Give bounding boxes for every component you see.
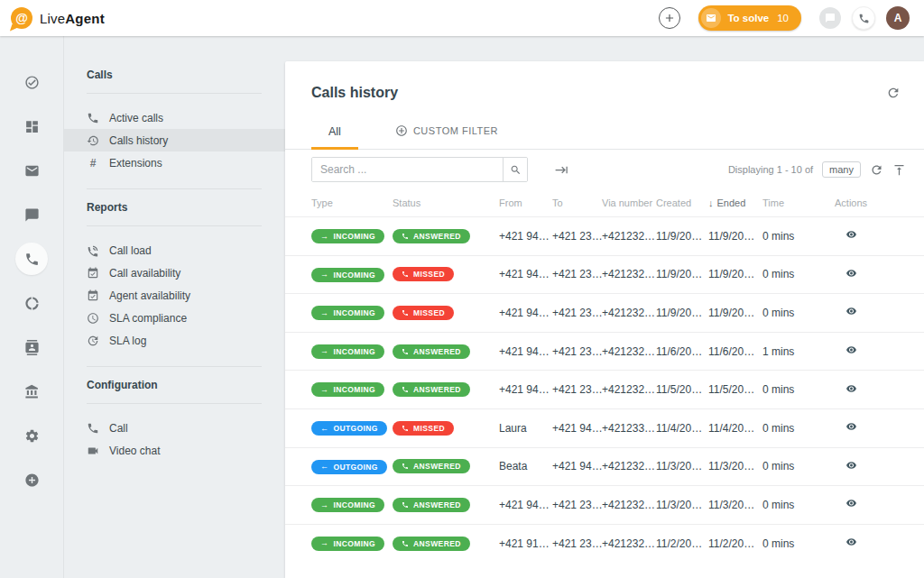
search-button[interactable] [503,158,527,181]
table-row[interactable]: ←OUTGOING ANSWERED Beata +421 94… +42123… [285,447,924,486]
sidebar-item-video-chat[interactable]: Video chat [64,439,285,462]
nav-reports-button[interactable] [15,287,48,319]
sidebar-item-call-availability[interactable]: Call availability [64,261,285,284]
tab-all[interactable]: All [311,125,358,149]
table-row[interactable]: →INCOMING ANSWERED +421 94… +421 23… +42… [285,332,924,371]
sidebar-item-label: SLA compliance [109,312,187,325]
refresh-icon [886,86,901,100]
tab-custom-filter[interactable]: CUSTOM FILTER [378,124,515,149]
view-call-button[interactable] [835,306,859,317]
nav-contacts-button[interactable] [15,331,48,363]
col-created[interactable]: Created [656,197,708,208]
col-ended[interactable]: ↓Ended [708,197,762,208]
cell-created: 11/9/20… [656,307,708,319]
sidebar-item-sla-log[interactable]: SLA log [64,329,285,352]
cell-ended: 11/4/20… [708,422,762,435]
nav-calls-button[interactable] [15,243,48,275]
phone-icon [402,309,409,317]
view-call-button[interactable] [835,421,859,432]
add-button[interactable] [659,7,680,29]
table-row[interactable]: →INCOMING ANSWERED +421 94… +421 23… +42… [285,370,924,408]
refresh-page-button[interactable] [886,86,901,100]
user-avatar[interactable]: A [886,6,910,30]
eye-icon [844,383,859,394]
view-call-button[interactable] [835,229,859,240]
type-label: INCOMING [333,271,375,280]
sidebar-item-extensions[interactable]: # Extensions [64,151,285,174]
main-content: Calls history All CUSTOM FILTER [285,36,924,578]
search-input[interactable] [312,158,503,181]
cell-ended: 11/9/20… [708,230,762,243]
chat-status-button[interactable] [819,7,841,29]
type-badge: →INCOMING [311,229,384,243]
filter-tabs: All CUSTOM FILTER [285,112,924,150]
col-from[interactable]: From [499,197,552,208]
view-call-button[interactable] [835,537,859,547]
nav-dashboard-button[interactable] [15,110,48,142]
cell-from: +421 94… [499,383,552,396]
nav-billing-button[interactable] [15,375,48,408]
view-call-button[interactable] [835,460,859,471]
cell-via-number: +421232… [602,345,656,358]
cell-created: 11/9/20… [656,268,708,280]
sidebar-item-sla-compliance[interactable]: SLA compliance [64,307,285,329]
table-row[interactable]: →INCOMING MISSED +421 94… +421 23… +4212… [285,255,924,294]
nav-settings-button[interactable] [15,419,48,452]
table-row[interactable]: →INCOMING MISSED +421 94… +421 23… +4212… [285,293,924,332]
view-call-button[interactable] [835,268,859,279]
col-type[interactable]: Type [311,197,393,208]
cell-to: +421 23… [552,537,602,550]
direction-arrow-icon: → [320,501,328,509]
sidebar-item-call-load[interactable]: Call load [64,239,285,261]
table-row[interactable]: →INCOMING ANSWERED +421 91… +421 23… +42… [285,524,924,563]
nav-check-circle-button[interactable] [15,66,48,98]
cell-via-number: +421232… [602,537,656,550]
col-to[interactable]: To [552,197,602,208]
view-call-button[interactable] [835,498,859,509]
cell-via-number: +421232… [602,230,656,243]
phone-status-button[interactable] [852,6,875,30]
scroll-top-button[interactable] [892,163,906,177]
hash-icon: # [87,157,99,170]
nav-add-button[interactable] [15,463,48,496]
nav-mail-button[interactable] [15,154,48,187]
phone-icon [87,422,99,435]
cell-created: 11/2/20… [656,537,708,550]
liveagent-logo[interactable]: @ LiveAgent [11,7,105,30]
col-status[interactable]: Status [393,197,499,208]
cell-ended: 11/3/20… [708,460,762,472]
view-call-button[interactable] [835,344,859,355]
table-row[interactable]: ←OUTGOING MISSED Laura +421 94… +421233…… [285,408,924,447]
cell-created: 11/3/20… [656,499,708,511]
sidebar-item-label: Active calls [109,112,163,124]
cell-ended: 11/2/20… [708,537,762,550]
type-label: INCOMING [333,500,375,509]
to-solve-button[interactable]: To solve 10 [698,5,801,31]
direction-arrow-icon: ← [320,425,328,433]
table-row[interactable]: →INCOMING ANSWERED +421 94… +421 23… +42… [285,485,924,524]
gear-icon [24,428,40,444]
table-row[interactable]: →INCOMING ANSWERED +421 94… +421 23… +42… [285,216,924,255]
cell-via-number: +421232… [602,307,656,319]
nav-chat-button[interactable] [15,198,48,231]
sidebar-item-call-config[interactable]: Call [64,417,285,439]
divider [87,225,262,226]
forward-button[interactable] [555,163,568,177]
sidebar-section-title-configuration: Configuration [87,379,262,391]
col-time[interactable]: Time [762,197,835,208]
phone-icon [402,501,409,509]
sidebar-item-active-calls[interactable]: Active calls [64,106,285,129]
refresh-list-button[interactable] [870,163,883,177]
envelope-icon [701,8,721,28]
divider [87,366,262,367]
sidebar-item-calls-history[interactable]: Calls history [64,129,285,151]
view-call-button[interactable] [835,383,859,394]
col-via-number[interactable]: Via number [602,197,656,208]
cell-via-number: +421233… [602,422,656,435]
search-icon [510,164,522,176]
cell-created: 11/3/20… [656,460,708,472]
sidebar-item-label: Extensions [109,157,162,170]
type-label: INCOMING [333,232,375,241]
cell-to: +421 23… [552,268,602,280]
sidebar-item-agent-availability[interactable]: Agent availability [64,284,285,307]
